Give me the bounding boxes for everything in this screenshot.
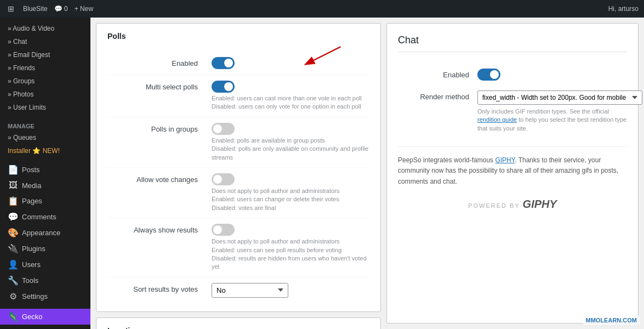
sidebar-item-settings[interactable]: ⚙ Settings bbox=[0, 288, 90, 304]
sidebar-item-tools[interactable]: 🔧 Tools bbox=[0, 273, 90, 288]
sidebar-queues[interactable]: Queues bbox=[0, 131, 90, 144]
sidebar-item-media[interactable]: 🖼 Media bbox=[0, 178, 90, 193]
polls-enabled-slider bbox=[212, 57, 235, 69]
media-icon: 🖼 bbox=[8, 180, 19, 190]
polls-multiselect-control: Enabled: users can cast more than one vo… bbox=[212, 81, 369, 111]
sidebar-item-appearance[interactable]: 🎨 Appearance bbox=[0, 225, 90, 241]
polls-always-show-label: Always show results bbox=[107, 224, 206, 234]
polls-in-groups-desc: Enabled: polls are available in group po… bbox=[212, 137, 369, 162]
tools-icon: 🔧 bbox=[8, 275, 19, 286]
sidebar-users-label: Users bbox=[22, 260, 41, 269]
polls-title: Polls bbox=[107, 32, 369, 43]
polls-multiselect-row: Multi select polls Enabled: users can ca… bbox=[107, 75, 369, 117]
sidebar-item-pages[interactable]: 📋 Pages bbox=[0, 193, 90, 209]
chat-panel: Chat Enabled Render method fixed_width -… bbox=[386, 23, 639, 324]
polls-enabled-row: Enabled bbox=[107, 52, 369, 75]
polls-multiselect-label: Multi select polls bbox=[107, 81, 206, 91]
users-icon: 👤 bbox=[8, 259, 19, 270]
chat-enabled-toggle[interactable] bbox=[477, 69, 500, 81]
wp-logo-icon[interactable]: ⊞ bbox=[5, 3, 16, 14]
polls-sort-row: Sort results by votes No Yes bbox=[107, 277, 369, 303]
sidebar-item-users[interactable]: 👤 Users bbox=[0, 257, 90, 273]
sidebar-main-menu: 📄 Posts 🖼 Media 📋 Pages 💬 Comments 🎨 App… bbox=[0, 157, 90, 309]
polls-vote-changes-label: Allow vote changes bbox=[107, 173, 206, 184]
polls-multiselect-desc: Enabled: users can cast more than one vo… bbox=[212, 94, 369, 111]
sidebar-item-chat[interactable]: Chat bbox=[0, 35, 90, 48]
polls-vote-changes-toggle[interactable] bbox=[212, 173, 235, 185]
sidebar-installer[interactable]: Installer ⭐ NEW! bbox=[0, 144, 90, 157]
sidebar-item-user-limits[interactable]: User Limits bbox=[0, 101, 90, 114]
plugins-icon: 🔌 bbox=[8, 243, 19, 254]
polls-card: Polls Enabled bbox=[96, 23, 381, 312]
left-panel: Polls Enabled bbox=[96, 23, 381, 324]
comments-count[interactable]: 💬 0 bbox=[54, 5, 68, 13]
appearance-icon: 🎨 bbox=[8, 228, 19, 238]
chat-render-select[interactable]: fixed_width - Width set to 200px. Good f… bbox=[477, 90, 642, 105]
polls-in-groups-toggle[interactable] bbox=[212, 123, 235, 135]
polls-in-groups-control: Enabled: polls are available in group po… bbox=[212, 123, 369, 162]
sidebar-gecko-label: Gecko bbox=[22, 313, 43, 321]
polls-always-show-row: Always show results Does not apply to po… bbox=[107, 218, 369, 277]
sidebar-item-friends[interactable]: Friends bbox=[0, 61, 90, 75]
polls-vote-changes-row: Allow vote changes Does not apply to pol… bbox=[107, 168, 369, 218]
sidebar-pages-label: Pages bbox=[22, 197, 42, 205]
rendition-guide-link[interactable]: rendition guide bbox=[477, 116, 517, 123]
sidebar-appearance-label: Appearance bbox=[22, 229, 60, 237]
site-name[interactable]: BlueSite bbox=[23, 5, 48, 13]
layout: Audio & Video Chat Email Digest Friends … bbox=[0, 18, 644, 329]
sidebar-comments-label: Comments bbox=[22, 213, 56, 221]
location-title: Location bbox=[107, 326, 369, 329]
polls-sort-label: Sort results by votes bbox=[107, 283, 206, 293]
polls-vote-changes-desc: Does not apply to poll author and admini… bbox=[212, 187, 369, 212]
polls-in-groups-label: Polls in groups bbox=[107, 123, 206, 133]
sidebar-posts-label: Posts bbox=[22, 166, 40, 174]
sidebar: Audio & Video Chat Email Digest Friends … bbox=[0, 18, 90, 329]
sidebar-item-audio-video[interactable]: Audio & Video bbox=[0, 22, 90, 35]
polls-enabled-control bbox=[212, 57, 369, 69]
sidebar-submenu-section: Audio & Video Chat Email Digest Friends … bbox=[0, 18, 90, 118]
watermark: MMOLEARN.COM bbox=[583, 316, 640, 325]
user-greeting: Hi, arturso bbox=[608, 5, 639, 13]
polls-multiselect-toggle[interactable] bbox=[212, 81, 235, 93]
polls-vote-changes-control: Does not apply to poll author and admini… bbox=[212, 173, 369, 212]
sidebar-tools-label: Tools bbox=[22, 276, 38, 285]
polls-always-show-slider bbox=[212, 224, 235, 236]
gecko-icon: 🦎 bbox=[8, 311, 19, 322]
chat-render-desc: Only includes GIF rendition types. See t… bbox=[477, 107, 631, 133]
sidebar-item-comments[interactable]: 💬 Comments bbox=[0, 209, 90, 225]
sidebar-plugins-label: Plugins bbox=[22, 245, 45, 253]
settings-icon: ⚙ bbox=[8, 291, 19, 302]
pages-icon: 📋 bbox=[8, 196, 19, 206]
sidebar-item-plugins[interactable]: 🔌 Plugins bbox=[0, 241, 90, 257]
sidebar-settings-label: Settings bbox=[22, 292, 48, 300]
polls-always-show-toggle[interactable] bbox=[212, 224, 235, 236]
posts-icon: 📄 bbox=[8, 164, 19, 175]
polls-sort-control: No Yes bbox=[212, 283, 369, 298]
sidebar-item-posts[interactable]: 📄 Posts bbox=[0, 162, 90, 178]
chat-render-control: fixed_width - Width set to 200px. Good f… bbox=[477, 90, 642, 133]
giphy-logo: POWERED BY GIPHY bbox=[398, 195, 627, 213]
admin-bar-left: ⊞ BlueSite 💬 0 + New bbox=[5, 3, 93, 14]
chat-enabled-slider bbox=[477, 69, 500, 81]
giphy-section: PeepSo integrates world-famous GIPHY. Th… bbox=[398, 146, 627, 213]
polls-multiselect-slider bbox=[212, 81, 235, 93]
polls-vote-changes-slider bbox=[212, 173, 235, 185]
sidebar-item-photos[interactable]: Photos bbox=[0, 88, 90, 101]
main-content: Polls Enabled bbox=[90, 18, 644, 329]
sidebar-item-gecko[interactable]: 🦎 Gecko bbox=[0, 309, 90, 325]
chat-enabled-row: Enabled bbox=[398, 63, 627, 86]
admin-bar: ⊞ BlueSite 💬 0 + New Hi, arturso bbox=[0, 0, 644, 18]
chat-title: Chat bbox=[398, 35, 627, 52]
sidebar-item-groups[interactable]: Groups bbox=[0, 75, 90, 88]
chat-enabled-label: Enabled bbox=[398, 71, 469, 79]
giphy-link[interactable]: GIPHY bbox=[495, 156, 515, 164]
new-button[interactable]: + New bbox=[75, 5, 93, 13]
polls-enabled-toggle[interactable] bbox=[212, 57, 235, 69]
sidebar-item-email-digest[interactable]: Email Digest bbox=[0, 48, 90, 61]
polls-in-groups-row: Polls in groups Enabled: polls are avail… bbox=[107, 117, 369, 168]
polls-always-show-control: Does not apply to poll author and admini… bbox=[212, 224, 369, 271]
polls-sort-select[interactable]: No Yes bbox=[212, 283, 288, 298]
polls-enabled-label: Enabled bbox=[107, 57, 206, 67]
polls-in-groups-slider bbox=[212, 123, 235, 135]
giphy-text: PeepSo integrates world-famous GIPHY. Th… bbox=[398, 155, 627, 187]
